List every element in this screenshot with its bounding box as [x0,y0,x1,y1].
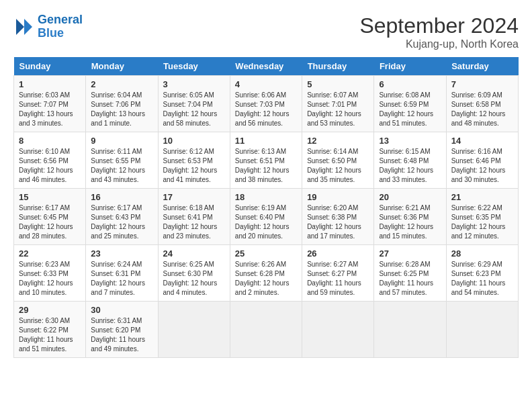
day-number: 16 [91,192,152,202]
calendar-cell: 23Sunrise: 6:24 AMSunset: 6:31 PMDayligh… [86,245,158,302]
location-subtitle: Kujang-up, North Korea [359,38,519,50]
calendar-table: SundayMondayTuesdayWednesdayThursdayFrid… [13,57,519,358]
day-number: 21 [451,192,513,202]
calendar-cell: 18Sunrise: 6:19 AMSunset: 6:40 PMDayligh… [230,189,302,245]
calendar-cell: 3Sunrise: 6:05 AMSunset: 7:04 PMDaylight… [158,76,230,132]
day-number: 6 [379,79,441,89]
day-info: Sunrise: 6:03 AMSunset: 7:07 PMDaylight:… [19,91,81,128]
calendar-cell [302,302,374,358]
day-number: 29 [19,305,81,315]
day-info: Sunrise: 6:23 AMSunset: 6:33 PMDaylight:… [19,260,81,298]
calendar-week-2: 8Sunrise: 6:10 AMSunset: 6:56 PMDaylight… [14,132,519,189]
calendar-cell: 21Sunrise: 6:22 AMSunset: 6:35 PMDayligh… [446,189,518,245]
day-info: Sunrise: 6:31 AMSunset: 6:20 PMDaylight:… [91,316,152,354]
day-number: 3 [163,79,225,89]
title-block: September 2024 Kujang-up, North Korea [359,13,519,50]
day-number: 20 [379,192,441,202]
day-info: Sunrise: 6:06 AMSunset: 7:03 PMDaylight:… [235,91,297,128]
calendar-cell: 9Sunrise: 6:11 AMSunset: 6:55 PMDaylight… [86,132,158,189]
calendar-cell: 10Sunrise: 6:12 AMSunset: 6:53 PMDayligh… [158,132,230,189]
day-number: 30 [91,305,152,315]
day-info: Sunrise: 6:14 AMSunset: 6:50 PMDaylight:… [307,147,369,185]
day-info: Sunrise: 6:24 AMSunset: 6:31 PMDaylight:… [91,260,152,298]
day-info: Sunrise: 6:07 AMSunset: 7:01 PMDaylight:… [307,91,369,128]
day-number: 15 [19,192,81,202]
day-number: 12 [307,136,369,146]
svg-marker-0 [24,19,32,35]
day-info: Sunrise: 6:25 AMSunset: 6:30 PMDaylight:… [163,260,225,298]
calendar-cell: 29Sunrise: 6:30 AMSunset: 6:22 PMDayligh… [14,302,86,358]
calendar-cell: 28Sunrise: 6:29 AMSunset: 6:23 PMDayligh… [446,245,518,302]
calendar-cell: 16Sunrise: 6:17 AMSunset: 6:43 PMDayligh… [86,189,158,245]
calendar-cell: 30Sunrise: 6:31 AMSunset: 6:20 PMDayligh… [86,302,158,358]
logo-text: General Blue [38,13,83,40]
calendar-cell: 25Sunrise: 6:26 AMSunset: 6:28 PMDayligh… [230,245,302,302]
day-info: Sunrise: 6:27 AMSunset: 6:27 PMDaylight:… [307,260,369,298]
day-info: Sunrise: 6:17 AMSunset: 6:43 PMDaylight:… [91,203,152,241]
day-info: Sunrise: 6:30 AMSunset: 6:22 PMDaylight:… [19,316,81,354]
calendar-cell: 20Sunrise: 6:21 AMSunset: 6:36 PMDayligh… [374,189,446,245]
calendar-week-4: 22Sunrise: 6:23 AMSunset: 6:33 PMDayligh… [14,245,519,302]
day-number: 17 [163,192,225,202]
month-title: September 2024 [359,13,519,38]
day-number: 1 [19,79,81,89]
calendar-cell: 15Sunrise: 6:17 AMSunset: 6:45 PMDayligh… [14,189,86,245]
day-info: Sunrise: 6:13 AMSunset: 6:51 PMDaylight:… [235,147,297,185]
day-number: 24 [163,248,225,259]
page-header: General Blue September 2024 Kujang-up, N… [13,13,519,50]
day-number: 8 [19,136,81,146]
calendar-cell [374,302,446,358]
day-info: Sunrise: 6:22 AMSunset: 6:35 PMDaylight:… [451,203,513,241]
calendar-week-1: 1Sunrise: 6:03 AMSunset: 7:07 PMDaylight… [14,76,519,132]
day-info: Sunrise: 6:21 AMSunset: 6:36 PMDaylight:… [379,203,441,241]
day-number: 10 [163,136,225,146]
calendar-header-row: SundayMondayTuesdayWednesdayThursdayFrid… [14,57,519,76]
day-number: 27 [379,248,441,259]
calendar-week-3: 15Sunrise: 6:17 AMSunset: 6:45 PMDayligh… [14,189,519,245]
calendar-cell: 14Sunrise: 6:16 AMSunset: 6:46 PMDayligh… [446,132,518,189]
day-info: Sunrise: 6:26 AMSunset: 6:28 PMDaylight:… [235,260,297,298]
day-info: Sunrise: 6:05 AMSunset: 7:04 PMDaylight:… [163,91,225,128]
calendar-cell: 6Sunrise: 6:08 AMSunset: 6:59 PMDaylight… [374,76,446,132]
calendar-cell: 26Sunrise: 6:27 AMSunset: 6:27 PMDayligh… [302,245,374,302]
weekday-header-monday: Monday [86,57,158,76]
day-number: 14 [451,136,513,146]
weekday-header-sunday: Sunday [14,57,86,76]
day-number: 23 [91,248,152,259]
calendar-cell: 22Sunrise: 6:23 AMSunset: 6:33 PMDayligh… [14,245,86,302]
calendar-cell [230,302,302,358]
calendar-cell [446,302,518,358]
day-info: Sunrise: 6:08 AMSunset: 6:59 PMDaylight:… [379,91,441,128]
day-number: 28 [451,248,513,259]
weekday-header-friday: Friday [374,57,446,76]
day-number: 22 [19,248,81,259]
day-info: Sunrise: 6:10 AMSunset: 6:56 PMDaylight:… [19,147,81,185]
day-number: 11 [235,136,297,146]
calendar-cell: 24Sunrise: 6:25 AMSunset: 6:30 PMDayligh… [158,245,230,302]
calendar-cell: 13Sunrise: 6:15 AMSunset: 6:48 PMDayligh… [374,132,446,189]
calendar-cell: 1Sunrise: 6:03 AMSunset: 7:07 PMDaylight… [14,76,86,132]
logo: General Blue [13,13,83,40]
day-info: Sunrise: 6:18 AMSunset: 6:41 PMDaylight:… [163,203,225,241]
weekday-header-thursday: Thursday [302,57,374,76]
day-number: 18 [235,192,297,202]
day-info: Sunrise: 6:19 AMSunset: 6:40 PMDaylight:… [235,203,297,241]
day-number: 13 [379,136,441,146]
weekday-header-wednesday: Wednesday [230,57,302,76]
calendar-cell: 12Sunrise: 6:14 AMSunset: 6:50 PMDayligh… [302,132,374,189]
day-info: Sunrise: 6:12 AMSunset: 6:53 PMDaylight:… [163,147,225,185]
svg-marker-1 [16,19,24,35]
day-info: Sunrise: 6:29 AMSunset: 6:23 PMDaylight:… [451,260,513,298]
logo-icon [13,16,35,38]
day-number: 19 [307,192,369,202]
day-info: Sunrise: 6:15 AMSunset: 6:48 PMDaylight:… [379,147,441,185]
calendar-cell: 7Sunrise: 6:09 AMSunset: 6:58 PMDaylight… [446,76,518,132]
calendar-body: 1Sunrise: 6:03 AMSunset: 7:07 PMDaylight… [14,76,519,358]
calendar-cell: 4Sunrise: 6:06 AMSunset: 7:03 PMDaylight… [230,76,302,132]
calendar-week-5: 29Sunrise: 6:30 AMSunset: 6:22 PMDayligh… [14,302,519,358]
calendar-cell: 27Sunrise: 6:28 AMSunset: 6:25 PMDayligh… [374,245,446,302]
day-info: Sunrise: 6:28 AMSunset: 6:25 PMDaylight:… [379,260,441,298]
day-number: 5 [307,79,369,89]
calendar-cell: 5Sunrise: 6:07 AMSunset: 7:01 PMDaylight… [302,76,374,132]
day-info: Sunrise: 6:09 AMSunset: 6:58 PMDaylight:… [451,91,513,128]
